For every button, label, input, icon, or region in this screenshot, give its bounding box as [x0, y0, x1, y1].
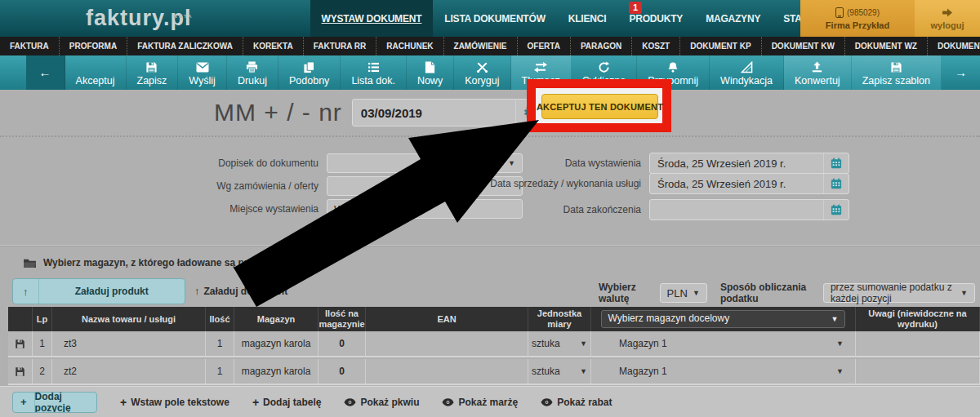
cell-target: Magazyn 1▼: [591, 331, 856, 357]
doc-tab-faktura-rr[interactable]: FAKTURA RR: [304, 37, 377, 55]
doc-tab-koszt[interactable]: KOSZT: [632, 37, 680, 55]
show-margin-button[interactable]: Pokaż marżę: [442, 397, 518, 408]
save-template-icon: [890, 61, 902, 73]
document-title: MM + / - nr: [214, 99, 342, 126]
data-wystawienia-label: Data wystawienia: [445, 157, 641, 169]
show-discount-button[interactable]: Pokaż rabat: [541, 397, 612, 408]
insert-text-field-button[interactable]: +Wstaw pole tekstowe: [120, 396, 229, 409]
row-save-icon: [15, 366, 25, 377]
row-target-warehouse-select[interactable]: Magazyn 1▼: [595, 366, 852, 377]
app-logo[interactable]: faktury.plBETA: [86, 0, 192, 37]
currency-label: Wybierz walutę: [599, 282, 652, 304]
cell-ean[interactable]: [366, 359, 528, 385]
doc-tab-dokument-wz[interactable]: DOKUMENT WZ: [845, 37, 928, 55]
data-sprzedazy-field[interactable]: Środa, 25 Wrzesień 2019 r.: [649, 173, 849, 194]
logout-label: wyloguj: [931, 20, 964, 30]
logout-button[interactable]: wyloguj: [915, 0, 980, 37]
doc-tab-dokument-kp[interactable]: DOKUMENT KP: [680, 37, 761, 55]
doc-tab-paragon[interactable]: PARAGON: [571, 37, 632, 55]
cell-name[interactable]: zt3: [52, 331, 206, 357]
currency-select[interactable]: PLN▼: [660, 283, 707, 303]
header-qty: Ilość: [206, 307, 234, 331]
doc-tab-korekta[interactable]: KOREKTA: [243, 37, 304, 55]
cell-stock: 0: [318, 359, 366, 385]
table-header-row: Lp Nazwa towaru / usługi Ilość Magazyn I…: [8, 307, 980, 331]
logout-icon: [942, 7, 953, 18]
accept-document-button[interactable]: AKCEPTUJ TEN DOKUMENT: [541, 94, 658, 119]
toolbar-button-lista-dok[interactable]: Lista dok.: [341, 55, 407, 90]
header-target-warehouse: Wybierz magazyn docelowy▼: [591, 307, 856, 331]
data-wystawienia-field[interactable]: Środa, 25 Wrzesień 2019 r.: [649, 153, 849, 174]
load-document-button[interactable]: ↑ Załaduj dokument: [194, 285, 287, 297]
cell-unit: sztuka▼: [528, 359, 591, 385]
cell-notes[interactable]: [856, 331, 980, 357]
calendar-icon[interactable]: [823, 200, 849, 220]
toolbar-button-konwertuj[interactable]: Konwertuj: [784, 55, 852, 90]
toolbar-button-wyslij[interactable]: Wyślij: [178, 55, 227, 90]
unit-select[interactable]: sztuka▼: [532, 366, 587, 377]
nav-item-wystaw-dokument[interactable]: WYSTAW DOKUMENT: [310, 0, 434, 37]
toolbar-prev-button[interactable]: ←: [26, 55, 65, 90]
nav-item-magazyny[interactable]: MAGAZYNY: [694, 0, 772, 37]
list-icon: [368, 62, 380, 73]
doc-tab-dokument-kw[interactable]: DOKUMENT KW: [762, 37, 845, 55]
toolbar-button-zapisz[interactable]: Zapisz: [127, 55, 179, 90]
arrow-right-icon: →: [955, 65, 967, 80]
toolbar-button-zapisz-szablon[interactable]: Zapisz szablon: [852, 55, 942, 90]
tools-icon: [476, 61, 488, 73]
account-info[interactable]: (985029) Firma Przykład: [800, 0, 915, 37]
nav-item-lista-dokumentow[interactable]: LISTA DOKUMENTÓW: [433, 0, 556, 37]
unit-select[interactable]: sztuka▼: [532, 338, 587, 349]
doc-tab-faktura-zaliczkowa[interactable]: FAKTURA ZALICZKOWA: [127, 37, 243, 55]
cell-lp: 1: [33, 331, 52, 357]
app-header: faktury.plBETA WYSTAW DOKUMENT LISTA DOK…: [0, 0, 980, 37]
toolbar-button-podobny[interactable]: Podobny: [278, 55, 341, 90]
cell-qty[interactable]: 1: [206, 359, 234, 385]
load-product-button[interactable]: ↑ Załaduj produkt: [12, 278, 185, 304]
toolbar-button-akceptuj[interactable]: Akceptuj: [65, 55, 127, 90]
add-item-button[interactable]: + Dodaj pozycję: [12, 392, 97, 413]
cell-qty[interactable]: 1: [206, 331, 234, 357]
cell-ean[interactable]: [366, 331, 528, 357]
toolbar-button-koryguj[interactable]: Koryguj: [454, 55, 510, 90]
row-target-warehouse-select[interactable]: Magazyn 1▼: [595, 338, 852, 349]
doc-tab-dokument-pz[interactable]: DOKUMENT PZ: [928, 37, 980, 55]
doc-tab-zamowienie[interactable]: ZAMÓWIENIE: [444, 37, 518, 55]
header-warehouse: Magazyn: [234, 307, 318, 331]
calendar-icon[interactable]: [823, 153, 849, 173]
currency-tax-controls: Wybierz walutę PLN▼ Sposób obliczania po…: [599, 282, 980, 304]
tax-method-select[interactable]: przez sumowanie podatku z każdej pozycji…: [823, 283, 975, 303]
data-sprzedazy-label: Data sprzedaży / wykonania usługi: [445, 178, 641, 189]
document-number-field: ⚙: [352, 99, 546, 126]
nav-item-klienci[interactable]: KLIENCI: [557, 0, 618, 37]
toolbar-button-windykacja[interactable]: Windykacja: [710, 55, 784, 90]
toolbar-next-button[interactable]: →: [942, 55, 980, 90]
doc-tab-oferta[interactable]: OFERTA: [518, 37, 571, 55]
doc-tab-faktura[interactable]: FAKTURA: [0, 37, 60, 55]
eye-icon: [344, 398, 356, 406]
chevron-down-icon: ▼: [693, 289, 700, 297]
cell-stock: 0: [318, 331, 366, 357]
cell-notes[interactable]: [856, 359, 980, 385]
doc-tab-rachunek[interactable]: RACHUNEK: [376, 37, 443, 55]
notification-badge[interactable]: 1: [629, 2, 642, 14]
add-table-button[interactable]: +Dodaj tabelę: [252, 396, 322, 409]
data-zakonczenia-field[interactable]: [649, 199, 849, 220]
show-pkwiu-button[interactable]: Pokaż pkwiu: [344, 397, 419, 408]
eye-icon: [541, 398, 553, 406]
chevron-down-icon: ▼: [836, 339, 844, 348]
target-warehouse-select[interactable]: Wybierz magazyn docelowy▼: [601, 310, 846, 328]
logo-beta-tag: BETA: [174, 0, 194, 35]
cell-name[interactable]: zt2: [52, 359, 206, 385]
doc-tab-proforma[interactable]: PROFORMA: [60, 37, 127, 55]
header-unit: Jednostka miary: [528, 307, 591, 331]
calendar-icon[interactable]: [823, 174, 849, 193]
table-footer-actions: + Dodaj pozycję +Wstaw pole tekstowe +Do…: [0, 386, 980, 417]
row-save-cell[interactable]: [8, 331, 33, 357]
row-save-cell[interactable]: [8, 359, 33, 385]
document-type-tabs: FAKTURA PROFORMA FAKTURA ZALICZKOWA KORE…: [0, 37, 980, 55]
toolbar-button-drukuj[interactable]: Drukuj: [227, 55, 278, 90]
bell-icon: [667, 61, 679, 73]
document-number-input[interactable]: [353, 106, 515, 120]
toolbar-button-nowy[interactable]: Nowy: [407, 55, 454, 90]
